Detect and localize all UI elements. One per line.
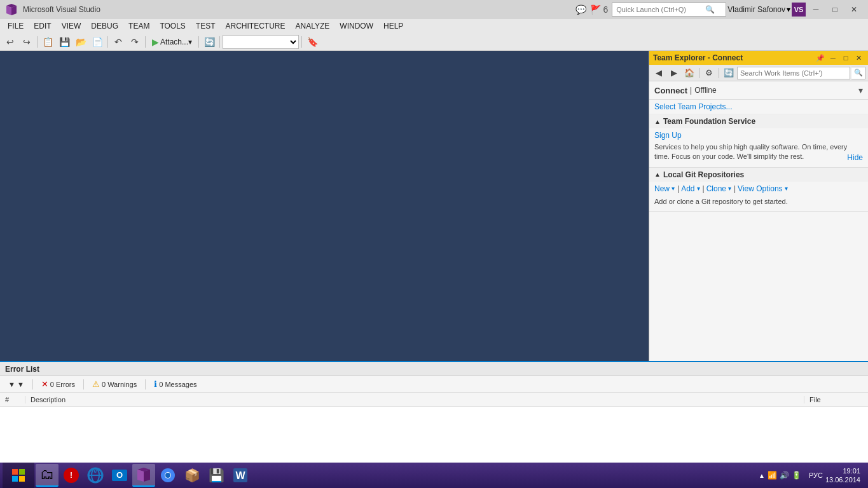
clock-date: 13.06.2014: [825, 475, 860, 484]
open-button[interactable]: 📂: [73, 35, 88, 49]
git-view-options-link[interactable]: View Options: [738, 184, 782, 193]
svg-text:!: !: [70, 471, 72, 480]
bookmark-button[interactable]: 🔖: [305, 35, 320, 49]
te-minimize-button[interactable]: ─: [827, 52, 839, 64]
git-view-options-dropdown[interactable]: ▾: [784, 185, 789, 192]
te-close-button[interactable]: ✕: [853, 52, 864, 64]
close-button[interactable]: ✕: [845, 3, 863, 17]
tfs-signup-link[interactable]: Sign Up: [654, 131, 863, 140]
maximize-button[interactable]: □: [826, 3, 844, 17]
menu-item-analyze[interactable]: ANALYZE: [291, 19, 335, 33]
battery-icon[interactable]: 🔋: [792, 471, 801, 480]
systray-chevron[interactable]: ▲: [759, 472, 765, 479]
git-add-dropdown[interactable]: ▾: [696, 185, 701, 192]
menu-item-window[interactable]: WINDOW: [334, 19, 378, 33]
save-button[interactable]: 💾: [57, 35, 72, 49]
menu-item-test[interactable]: TEST: [191, 19, 221, 33]
clock[interactable]: 19:01 13.06.2014: [825, 466, 860, 485]
te-pin-button[interactable]: 📌: [815, 52, 826, 64]
toolbar-separator-1: [37, 36, 38, 48]
start-button[interactable]: [3, 463, 34, 488]
new-button[interactable]: 📄: [90, 35, 105, 49]
tfs-hide-link[interactable]: Hide: [847, 153, 863, 162]
te-home-button[interactable]: 🏠: [682, 67, 696, 79]
tfs-section-header[interactable]: ▲ Team Foundation Service: [649, 114, 868, 128]
te-forward-button[interactable]: ▶: [667, 67, 681, 79]
systray: ▲ 📶 🔊 🔋: [759, 471, 801, 480]
te-maximize-button[interactable]: □: [840, 52, 851, 64]
messages-filter-button[interactable]: ℹ 0 Messages: [149, 378, 201, 391]
undo-button[interactable]: ↩: [3, 35, 18, 49]
tfs-description: Services to help you ship high quality s…: [654, 143, 847, 160]
te-settings-button[interactable]: ⚙: [702, 67, 716, 79]
redo2-button[interactable]: ↷: [127, 35, 142, 49]
quick-launch-input[interactable]: [616, 6, 705, 13]
editor-area: [0, 51, 649, 361]
language-indicator[interactable]: РУС: [809, 471, 823, 479]
te-connect-label: Connect: [654, 86, 687, 95]
menu-item-debug[interactable]: DEBUG: [86, 19, 123, 33]
error-list-toolbar: ▼ ▼ ✕ 0 Errors ⚠ 0 Warnings ℹ 0 Messages: [0, 376, 868, 393]
menu-item-tools[interactable]: TOOLS: [155, 19, 190, 33]
te-title-controls: 📌 ─ □ ✕: [815, 52, 864, 64]
search-icon: 🔍: [705, 5, 715, 14]
team-explorer-panel: Team Explorer - Connect 📌 ─ □ ✕ ◀ ▶ 🏠 ⚙ …: [649, 51, 868, 361]
copy-button[interactable]: 📋: [40, 35, 55, 49]
volume-icon[interactable]: 🔊: [780, 471, 789, 480]
solution-combo[interactable]: [223, 35, 299, 49]
menu-item-help[interactable]: HELP: [378, 19, 408, 33]
git-add-link[interactable]: Add: [681, 184, 694, 193]
git-new-dropdown[interactable]: ▾: [671, 185, 675, 192]
te-offline-label: Offline: [694, 86, 716, 95]
taskbar-ie[interactable]: e: [84, 464, 107, 487]
antivirus-icon: !: [62, 466, 80, 484]
errors-filter-button[interactable]: ✕ 0 Errors: [37, 378, 79, 391]
notification-icon[interactable]: 💬: [575, 4, 586, 15]
taskbar-file-explorer[interactable]: 🗂: [36, 464, 59, 487]
tfs-section-title: Team Foundation Service: [663, 117, 755, 126]
git-new-link[interactable]: New: [654, 184, 670, 193]
redo-button[interactable]: ↪: [19, 35, 34, 49]
menu-item-team[interactable]: TEAM: [123, 19, 155, 33]
toolbar-separator-6: [301, 36, 302, 48]
git-clone-link[interactable]: Clone: [706, 184, 726, 193]
taskbar-chrome[interactable]: [156, 464, 179, 487]
taskbar-vs[interactable]: [132, 464, 155, 487]
local-git-section-header[interactable]: ▲ Local Git Repositories: [649, 168, 868, 182]
git-clone-dropdown[interactable]: ▾: [727, 185, 732, 192]
user-name: Vladimir Safonov: [727, 5, 785, 14]
taskbar: 🗂 ! e O: [0, 463, 868, 488]
te-search-button[interactable]: 🔍: [851, 67, 865, 79]
te-select-projects: Select Team Projects...: [649, 100, 868, 114]
te-search-input[interactable]: [737, 67, 850, 79]
undo2-button[interactable]: ↶: [111, 35, 126, 49]
quick-launch-container: 🔍: [612, 3, 726, 17]
te-content: Connect | Offline ▾ Select Team Projects…: [649, 81, 868, 361]
flag-icon[interactable]: 🚩 6: [590, 4, 609, 15]
el-sep-2: [83, 379, 84, 390]
attach-button[interactable]: ▶ Attach...▾: [148, 35, 196, 49]
menu-item-architecture[interactable]: ARCHITECTURE: [221, 19, 291, 33]
el-sep-3: [145, 379, 146, 390]
refresh-button[interactable]: 🔄: [202, 35, 217, 49]
filter-button[interactable]: ▼ ▼: [4, 378, 29, 391]
network-icon[interactable]: 📶: [768, 471, 777, 480]
minimize-button[interactable]: ─: [807, 3, 825, 17]
te-title: Team Explorer - Connect: [653, 53, 815, 62]
te-refresh-button[interactable]: 🔄: [722, 67, 736, 79]
taskbar-word[interactable]: W: [229, 464, 252, 487]
svg-rect-7: [19, 476, 25, 482]
warnings-filter-button[interactable]: ⚠ 0 Warnings: [88, 378, 141, 391]
tfs-arrow-icon: ▲: [654, 118, 661, 125]
taskbar-antivirus[interactable]: !: [60, 464, 83, 487]
select-team-projects-link[interactable]: Select Team Projects...: [654, 102, 733, 111]
te-expand-button[interactable]: ▾: [858, 85, 863, 95]
taskbar-outlook[interactable]: O: [108, 464, 131, 487]
te-back-button[interactable]: ◀: [652, 67, 666, 79]
menu-item-view[interactable]: VIEW: [57, 19, 86, 33]
menu-item-file[interactable]: FILE: [3, 19, 29, 33]
taskbar-archive[interactable]: 📦: [181, 464, 203, 487]
menu-item-edit[interactable]: EDIT: [29, 19, 56, 33]
taskbar-drive[interactable]: 💾: [205, 464, 228, 487]
title-bar: Microsoft Visual Studio 💬 🚩 6 🔍 Vladimir…: [0, 0, 868, 19]
